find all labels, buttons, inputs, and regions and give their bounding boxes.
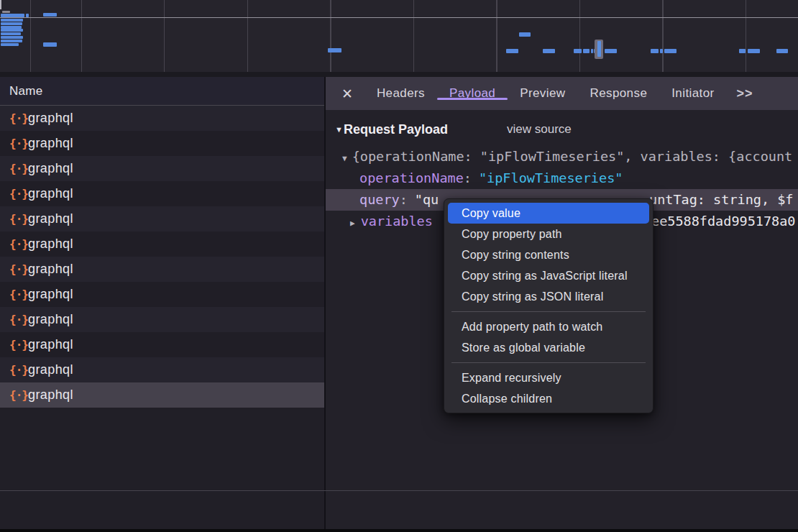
request-timing-bar <box>1 22 22 25</box>
context-menu: Copy valueCopy property pathCopy string … <box>444 198 653 413</box>
request-row[interactable]: {·}graphql <box>0 181 324 206</box>
request-name: graphql <box>28 287 73 302</box>
request-timing-bar <box>1 19 23 22</box>
overview-lane-divider <box>0 17 798 18</box>
menu-item-copy-value[interactable]: Copy value <box>448 203 649 224</box>
menu-separator <box>451 311 646 312</box>
request-row[interactable]: {·}graphql <box>0 357 324 382</box>
details-tabs: HeadersPayloadPreviewResponseInitiator <box>364 77 727 110</box>
variables-expand-icon[interactable]: ▶ <box>350 219 355 228</box>
overview-position-marker <box>595 40 603 59</box>
view-source-link[interactable]: view source <box>507 122 572 137</box>
json-braces-icon: {·} <box>9 212 28 226</box>
request-timing-bar <box>574 49 582 53</box>
menu-item-store-as-global-variable[interactable]: Store as global variable <box>444 337 653 358</box>
property-key: operationName <box>359 170 464 185</box>
json-root-row[interactable]: ▼{operationName: "ipFlowTimeseries", var… <box>326 146 798 168</box>
overview-scroll-sliver <box>0 0 1 9</box>
request-row[interactable]: {·}graphql <box>0 257 324 282</box>
request-name: graphql <box>28 387 73 403</box>
request-timing-bar <box>660 49 663 53</box>
request-rows: {·}graphql{·}graphql{·}graphql{·}graphql… <box>0 106 324 408</box>
menu-item-add-property-path-to-watch[interactable]: Add property path to watch <box>444 316 653 337</box>
details-tab-bar: ✕ HeadersPayloadPreviewResponseInitiator… <box>326 77 798 110</box>
json-braces-icon: {·} <box>9 313 28 326</box>
root-expand-icon[interactable]: ▼ <box>342 154 347 163</box>
menu-item-copy-string-contents[interactable]: Copy string contents <box>444 244 653 265</box>
menu-item-copy-property-path[interactable]: Copy property path <box>444 224 653 244</box>
request-row[interactable]: {·}graphql <box>0 231 324 257</box>
colon: : <box>464 170 472 185</box>
json-braces-icon: {·} <box>9 288 28 301</box>
request-name: graphql <box>28 186 73 201</box>
request-timing-bar <box>543 49 555 53</box>
json-row-operationname[interactable]: operationName:"ipFlowTimeseries" <box>326 168 798 189</box>
request-list-panel: Name {·}graphql{·}graphql{·}graphql{·}gr… <box>0 77 326 532</box>
request-name: graphql <box>28 111 73 126</box>
network-overview[interactable] <box>0 0 798 72</box>
request-timing-bar <box>43 42 57 47</box>
request-name: graphql <box>28 262 73 277</box>
request-timing-bar <box>583 49 590 53</box>
request-timing-bar <box>328 48 341 52</box>
property-key: variables <box>361 214 433 229</box>
request-name: graphql <box>28 237 73 252</box>
json-braces-icon: {·} <box>9 338 28 352</box>
tab-initiator[interactable]: Initiator <box>659 86 726 100</box>
request-name: graphql <box>28 211 73 226</box>
request-timing-bar <box>651 49 659 53</box>
name-column-header[interactable]: Name <box>0 77 324 106</box>
property-value-start: "qu <box>415 192 439 207</box>
request-name: graphql <box>28 337 73 352</box>
json-braces-icon: {·} <box>9 388 28 402</box>
section-expand-icon[interactable]: ▼ <box>335 125 343 134</box>
tab-payload[interactable]: Payload <box>437 86 508 100</box>
request-timing-bar <box>26 14 29 17</box>
request-row[interactable]: {·}graphql <box>0 382 324 408</box>
tab-preview[interactable]: Preview <box>508 86 577 100</box>
more-tabs-icon[interactable]: >> <box>737 86 753 101</box>
menu-item-expand-recursively[interactable]: Expand recursively <box>444 367 653 388</box>
tab-headers[interactable]: Headers <box>364 86 437 100</box>
request-timing-bar <box>43 13 57 17</box>
json-braces-icon: {·} <box>9 363 28 377</box>
network-main-area: Name {·}graphql{·}graphql{·}graphql{·}gr… <box>0 77 798 532</box>
devtools-network-panel: Name {·}graphql{·}graphql{·}graphql{·}gr… <box>0 0 798 532</box>
overview-position-marker-bar <box>597 41 601 57</box>
request-row[interactable]: {·}graphql <box>0 156 324 181</box>
request-name: graphql <box>28 362 73 377</box>
request-timing-bar <box>2 11 10 13</box>
json-braces-icon: {·} <box>9 162 28 175</box>
request-name: graphql <box>28 312 73 327</box>
property-value: "ipFlowTimeseries" <box>479 170 623 185</box>
request-row[interactable]: {·}graphql <box>0 131 324 156</box>
tab-response[interactable]: Response <box>577 86 659 100</box>
request-timing-bar <box>1 29 23 32</box>
request-name: graphql <box>28 136 73 151</box>
request-timing-bar <box>519 32 531 37</box>
menu-item-copy-string-as-json-literal[interactable]: Copy string as JSON literal <box>444 286 653 307</box>
request-timing-bar <box>776 49 788 53</box>
property-value-clipped: ee5588fdad995178a0 <box>651 211 795 232</box>
menu-item-collapse-children[interactable]: Collapse children <box>444 388 653 409</box>
json-braces-icon: {·} <box>9 137 28 150</box>
request-row[interactable]: {·}graphql <box>0 106 324 131</box>
request-row[interactable]: {·}graphql <box>0 282 324 307</box>
request-row[interactable]: {·}graphql <box>0 206 324 231</box>
json-braces-icon: {·} <box>9 237 28 251</box>
request-payload-section-header[interactable]: ▼ Request Payload view source <box>326 119 798 140</box>
property-key: query <box>359 192 400 207</box>
request-timing-bar <box>664 49 677 53</box>
request-timing-bar <box>1 26 22 29</box>
overview-bottom-gap <box>0 72 798 77</box>
menu-item-copy-string-as-javascript-literal[interactable]: Copy string as JavaScript literal <box>444 265 653 286</box>
request-row[interactable]: {·}graphql <box>0 307 324 332</box>
colon: : <box>400 192 408 207</box>
request-name: graphql <box>28 161 73 176</box>
request-timing-bar <box>1 32 21 35</box>
close-icon[interactable]: ✕ <box>341 86 353 102</box>
request-row[interactable]: {·}graphql <box>0 332 324 357</box>
summary-divider <box>0 490 798 491</box>
menu-separator <box>451 362 646 363</box>
request-timing-bar <box>605 49 617 53</box>
